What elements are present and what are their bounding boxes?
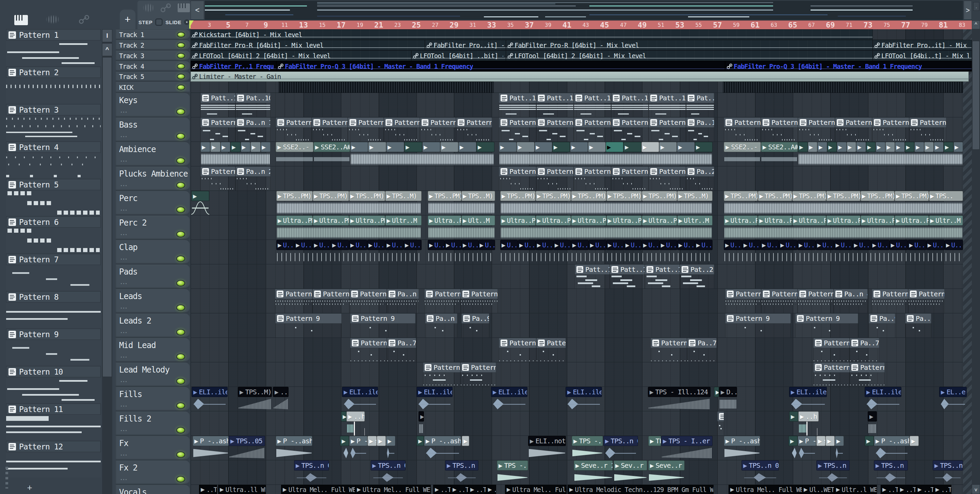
pattern-clip[interactable]: Pattern 5 xyxy=(456,118,492,142)
audio-clip[interactable]: ▶P -..ash) xyxy=(724,436,760,460)
audio-clip-header[interactable]: ▶ xyxy=(221,142,231,152)
audio-clip[interactable]: ▶Sev..r 6 xyxy=(614,460,647,485)
track-header-fills[interactable]: Fills... xyxy=(116,387,190,411)
audio-clip-header[interactable]: ▶ xyxy=(885,142,895,152)
audio-clip[interactable]: ▶s xyxy=(368,436,377,460)
pattern-clip-header[interactable]: Pa..7 xyxy=(387,338,416,348)
track-options-dots[interactable]: ... xyxy=(121,450,127,457)
pattern-clip[interactable]: Pa..n 4 xyxy=(387,289,419,313)
track-mute-led[interactable] xyxy=(177,63,185,69)
audio-clip-header[interactable]: ▶ELI..not xyxy=(528,436,566,446)
audio-clip[interactable]: ▶ xyxy=(341,411,347,436)
audio-clip-header[interactable]: ▶P -..ash) xyxy=(192,436,229,446)
vocal-clip-header[interactable]: ▶..T xyxy=(916,485,934,494)
pattern-clip-header[interactable]: Pattern 9 xyxy=(795,313,858,324)
track-lane-fills-2[interactable]: ▶▶..h▶▶▶..h▶ xyxy=(191,411,963,436)
audio-clip-header[interactable]: ▶TPS..05 xyxy=(229,436,265,446)
audio-clip-header[interactable]: ▶Ultra..PM xyxy=(642,215,677,226)
pattern-clip-header[interactable]: Pattern 5 xyxy=(312,118,348,127)
pattern-clip-header[interactable]: Pattern 7 xyxy=(499,338,536,348)
piano-roll-icon[interactable] xyxy=(14,15,28,25)
pattern-clip-header[interactable]: Pa..7 xyxy=(687,338,717,348)
audio-clip-header[interactable]: ▶Ultra..PM xyxy=(861,215,894,226)
pattern-clip[interactable]: Pattern 9 xyxy=(725,313,791,338)
pattern-clip[interactable]: Pattern 5 xyxy=(348,118,384,142)
track-header-bass[interactable]: Bass... xyxy=(116,118,190,141)
audio-clip-header[interactable]: ▶TPS..PM) xyxy=(894,191,929,201)
audio-clip[interactable]: ▶ xyxy=(386,436,395,460)
audio-clip-group[interactable]: ▶Ultra..PM▶Ult..M xyxy=(428,215,495,240)
audio-clip-group[interactable]: ▶Ultra..PM▶Ultra..PM▶Ultra..PM▶Ultra..PM… xyxy=(500,215,713,240)
audio-clip-header[interactable]: ▶ xyxy=(934,142,943,152)
pattern-clip-header[interactable]: Pattern 5 xyxy=(909,118,946,127)
track-options-dots[interactable]: ... xyxy=(121,107,127,114)
audio-clip-header[interactable]: ▶Ultra..PM xyxy=(571,215,606,226)
pattern-clip-header[interactable]: Pattern 4 xyxy=(761,289,798,299)
audio-clip-header[interactable]: ▶ xyxy=(914,142,924,152)
vocal-clip-header[interactable]: ▶..T xyxy=(898,485,916,494)
audio-clip[interactable]: ▶TPS..n 05 xyxy=(603,436,638,460)
track-mute-led[interactable] xyxy=(176,354,185,360)
pattern-clip[interactable]: Pattern 5 xyxy=(312,118,348,142)
track-mute-led[interactable] xyxy=(176,451,185,458)
audio-clip-header[interactable]: ▶U.. xyxy=(276,240,294,250)
audio-clip[interactable]: ▶SSE2..- C xyxy=(275,142,313,166)
audio-clip-header[interactable]: ▶ xyxy=(865,436,874,446)
pattern-clip-header[interactable]: Patt..10 xyxy=(536,93,574,103)
audio-clip-header[interactable]: ▶ xyxy=(417,436,424,446)
pattern-clip[interactable]: Pa..n 9 xyxy=(425,313,457,338)
pattern-clip[interactable]: Pattern 7 xyxy=(350,338,387,362)
audio-clip[interactable]: ▶ xyxy=(835,436,844,460)
track-header-keys[interactable]: Keys... xyxy=(116,93,190,117)
vocal-clip-header[interactable]: ▶Ultra Melodic Techn...129 BPM Gm Full W… xyxy=(568,485,714,494)
audio-clip-header[interactable]: ▶TPS..PM) xyxy=(826,191,860,201)
audio-clip-header[interactable]: ▶ xyxy=(552,142,570,152)
audio-clip[interactable]: ▶..h xyxy=(347,411,365,436)
track-header-fx[interactable]: Fx... xyxy=(116,436,190,460)
pattern-clip[interactable]: Pattern 4 xyxy=(461,289,498,313)
track-header-leads-2[interactable]: Leads 2... xyxy=(116,314,190,337)
track-mute-led[interactable] xyxy=(176,157,185,164)
pattern-clip[interactable]: Patt..10 xyxy=(611,93,649,118)
pattern-item-header[interactable]: Pattern 1 xyxy=(6,29,101,40)
track-mute-led[interactable] xyxy=(176,133,185,140)
audio-clip-header[interactable]: ▶ xyxy=(788,436,798,446)
pattern-clip-header[interactable]: Pattern 2 xyxy=(536,166,574,176)
pattern-clip[interactable]: Pa..7 xyxy=(687,338,717,362)
automation-clip[interactable]: LFOTool [64bit]_2 [64bit] - Mix level xyxy=(191,50,411,61)
track-mute-led[interactable] xyxy=(177,42,185,48)
pattern-clip-header[interactable]: Pa..n 4 xyxy=(387,289,419,299)
pattern-clip-header[interactable]: Pattern 1 xyxy=(536,118,574,127)
vocal-clip[interactable]: ▶Ultra Melodic Techn...129 BPM Gm Full W… xyxy=(568,485,714,494)
vocal-clip-header[interactable]: ▶..T xyxy=(934,485,951,494)
audio-clip-header[interactable]: ▶P -..ash) xyxy=(874,436,910,446)
audio-clip-header[interactable]: ▶U.. xyxy=(536,240,553,250)
pattern-item-header[interactable]: Pattern 12 xyxy=(6,441,101,452)
audio-clip-header[interactable]: ▶Ultra..PM xyxy=(500,215,536,226)
audio-clip[interactable]: ▶ xyxy=(418,411,424,436)
pattern-clip-header[interactable]: Pattern 1 xyxy=(200,118,235,127)
track-header-track-1[interactable]: Track 1 xyxy=(116,30,190,40)
vocal-clip-header[interactable]: ▶Ul..WET xyxy=(802,485,834,494)
audio-clip-header[interactable]: ▶ xyxy=(837,142,846,152)
audio-clip[interactable]: ▶TPS..M) xyxy=(238,387,272,411)
pattern-clip[interactable]: Patt..10 xyxy=(200,93,235,118)
audio-clip-header[interactable]: ▶Ultr..M xyxy=(385,215,422,226)
audio-clip[interactable]: ▶ELI..iler xyxy=(865,387,901,411)
automation-clip[interactable]: FabFilter Pro-R [64bit] - Mix level xyxy=(506,40,873,50)
pattern-clip[interactable]: Pa..n 2 xyxy=(235,166,270,191)
automation-clip[interactable]: LFOTool [64bit]_2 [64bit] - Mix level xyxy=(506,50,873,61)
audio-clip-header[interactable]: ▶ xyxy=(368,142,386,152)
automation-clip[interactable]: FabFilter Pr..1 Frequency xyxy=(191,61,276,71)
pattern-clip[interactable]: Pa..n 1 xyxy=(235,118,270,142)
scroll-down-button[interactable]: v xyxy=(972,484,980,494)
audio-clip[interactable]: ▶SSE2..- C xyxy=(724,142,761,166)
audio-clip-header[interactable]: ▶ xyxy=(200,142,210,152)
audio-clip-header[interactable]: ▶ELI..iler xyxy=(192,387,228,397)
audio-clip[interactable]: ▶ELI..iler xyxy=(192,387,228,411)
clap-clip-group[interactable]: ▶U..▶U..▶U..▶U.. xyxy=(428,240,495,264)
vocal-clip[interactable]: ▶.. xyxy=(486,485,496,494)
vocal-clip-header[interactable]: ▶..T xyxy=(881,485,898,494)
audio-clip-header[interactable]: ▶ xyxy=(535,142,552,152)
draw-automation-icon[interactable] xyxy=(161,3,171,12)
